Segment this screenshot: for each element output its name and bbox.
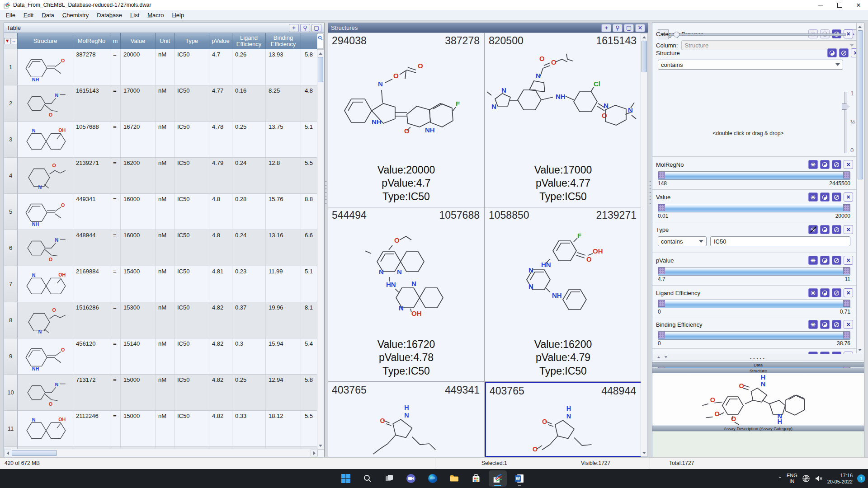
similarity-slider-handle[interactable]	[842, 103, 849, 110]
range-slider[interactable]	[658, 300, 850, 308]
scroll-down-icon[interactable]	[857, 347, 863, 353]
range-handle-min[interactable]	[658, 267, 665, 274]
similarity-slider-track[interactable]	[844, 92, 847, 153]
sidebar-scroll-thumb[interactable]	[858, 30, 863, 179]
range-handle-max[interactable]	[843, 300, 850, 307]
column-header-value[interactable]: Value	[121, 33, 156, 49]
scroll-left-icon[interactable]	[4, 450, 11, 456]
range-handle-max[interactable]	[843, 172, 850, 178]
scroll-up-icon[interactable]	[318, 50, 323, 56]
column-header-pvalue[interactable]: pValue	[209, 33, 232, 49]
type-operator-select[interactable]: contains	[658, 236, 707, 246]
close-filter-icon[interactable]: ×	[844, 288, 853, 297]
table-scroll-thumb[interactable]	[318, 57, 323, 82]
range-slider[interactable]	[658, 171, 850, 180]
structure-card[interactable]: 544494 1057688 O NN HN NN OH Value:16720	[328, 207, 485, 382]
taskbar-search-button[interactable]	[359, 470, 377, 487]
animate-icon[interactable]	[808, 320, 818, 329]
structure-card-selected[interactable]: 403765 448944 HN O O	[485, 382, 642, 457]
disable-filter-icon[interactable]	[832, 288, 841, 297]
table-row[interactable]: 2 ONH NO	[4, 85, 318, 122]
animate-disabled-icon[interactable]	[808, 225, 818, 234]
animate-icon[interactable]	[808, 160, 818, 169]
animate-icon[interactable]	[808, 256, 818, 265]
close-filter-icon[interactable]: ×	[844, 192, 853, 202]
menu-item[interactable]: Chemistry	[58, 10, 93, 21]
scroll-up-icon[interactable]	[642, 34, 647, 40]
structure-operator-select[interactable]: contains	[658, 60, 843, 70]
column-header-ligand-efficiency[interactable]: Ligand Efficiency	[232, 33, 266, 49]
store-button[interactable]	[467, 470, 485, 487]
animate-icon[interactable]	[808, 192, 818, 202]
clock[interactable]: 17:16 20-05-2022	[827, 472, 853, 485]
range-slider[interactable]	[658, 331, 850, 340]
network-icon[interactable]	[802, 474, 810, 483]
table-row[interactable]: 6 ONH NO	[4, 230, 318, 266]
structure-card[interactable]: 403765 449341 HN O	[328, 382, 485, 457]
structure-card[interactable]: 820500 1615143 NN N OO NH Cl O N N	[485, 33, 642, 207]
column-header-structure[interactable]: Structure	[18, 33, 73, 49]
menu-item[interactable]: Macro	[143, 10, 168, 21]
range-handle-min[interactable]	[658, 332, 665, 338]
disable-filter-icon[interactable]	[832, 192, 841, 202]
column-header-m[interactable]: m	[110, 33, 121, 49]
menu-item[interactable]: Edit	[19, 10, 38, 21]
menu-item[interactable]: File	[2, 10, 19, 21]
menu-item[interactable]: Data	[38, 10, 58, 21]
menu-item[interactable]: List	[126, 10, 143, 21]
export-rows-icon[interactable]: ▼	[4, 38, 11, 44]
category-slider-thumb[interactable]	[674, 32, 679, 38]
start-button[interactable]	[337, 470, 355, 487]
disable-filter-icon[interactable]	[832, 320, 841, 329]
range-slider[interactable]	[658, 267, 850, 276]
disable-filter-icon[interactable]	[832, 256, 841, 265]
range-handle-max[interactable]	[843, 332, 850, 338]
edge-button[interactable]	[424, 470, 442, 487]
table-row[interactable]: 3 ONH NO	[4, 122, 318, 158]
chat-button[interactable]	[402, 470, 420, 487]
disable-filter-icon[interactable]	[832, 160, 841, 169]
new-view-icon[interactable]: +	[289, 24, 299, 32]
invert-icon[interactable]	[827, 48, 837, 57]
maximize-button[interactable]	[830, 0, 849, 10]
structure-card[interactable]: 1058850 2139271 F OOH HN NN NH Value:162…	[485, 207, 642, 382]
structures-sidebar-splitter[interactable]	[649, 180, 651, 205]
new-view-icon[interactable]: +	[601, 24, 611, 32]
table-row[interactable]: 10 ONH NO	[4, 375, 318, 411]
close-filter-icon[interactable]: ×	[844, 256, 853, 265]
disable-filter-icon[interactable]	[839, 48, 849, 57]
menu-item[interactable]: Database	[93, 10, 126, 21]
range-handle-max[interactable]	[843, 204, 850, 211]
volume-muted-icon[interactable]	[815, 474, 823, 483]
close-filter-icon[interactable]: ×	[844, 225, 853, 234]
tray-expand-icon[interactable]: ⌃	[778, 476, 782, 482]
tab-data[interactable]: Data	[652, 362, 864, 367]
task-view-button[interactable]	[380, 470, 398, 487]
table-search-button[interactable]	[317, 33, 324, 49]
language-indicator[interactable]: ENG IN	[787, 473, 797, 484]
range-handle-min[interactable]	[658, 300, 665, 307]
scroll-up-icon[interactable]	[857, 23, 863, 30]
maximize-view-icon[interactable]: ▢	[624, 24, 634, 32]
table-hscroll-thumb[interactable]	[12, 450, 57, 456]
datawarrior-taskbar-button[interactable]	[489, 470, 507, 487]
table-row[interactable]: 11 ONH NO	[4, 411, 318, 447]
tools-icon[interactable]: ⚲	[613, 24, 623, 32]
table-row[interactable]: 7 ONH NO	[4, 266, 318, 302]
menu-item[interactable]: Help	[168, 10, 188, 21]
sidebar-scrollbar[interactable]	[856, 23, 864, 353]
category-slider-track[interactable]	[670, 33, 846, 36]
maximize-view-icon[interactable]: ▢	[311, 24, 321, 32]
tools-icon[interactable]: ⚲	[300, 24, 310, 32]
invert-icon[interactable]	[820, 288, 830, 297]
table-row[interactable]: 5 ONH NO	[4, 194, 318, 230]
file-explorer-button[interactable]	[445, 470, 463, 487]
minimize-button[interactable]	[811, 0, 830, 10]
invert-icon[interactable]	[820, 225, 830, 234]
tab-structure[interactable]: Structure	[652, 368, 864, 373]
close-filter-icon[interactable]: ×	[844, 160, 853, 169]
table-row[interactable]: 1 ONH NO	[4, 49, 318, 85]
table-row[interactable]: 4 ONH NO	[4, 158, 318, 194]
column-header-type[interactable]: Type	[175, 33, 209, 49]
invert-icon[interactable]	[820, 160, 830, 169]
